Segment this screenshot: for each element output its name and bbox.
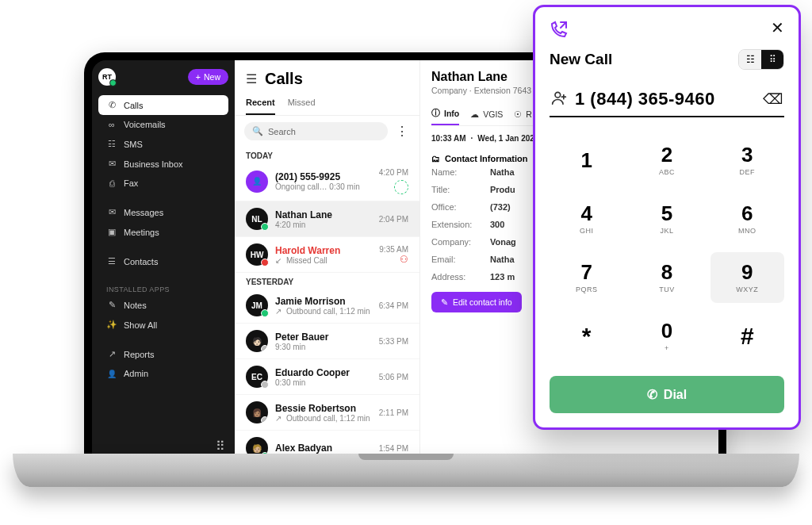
more-icon[interactable]: ⋮	[394, 124, 410, 139]
notes-icon	[106, 300, 117, 310]
sidebar-item-label: Reports	[124, 350, 155, 359]
sidebar-item-bi[interactable]: Business Inbox	[98, 154, 228, 174]
outbound-arrow-icon: ↗	[275, 307, 282, 316]
sidebar-item-notes[interactable]: Notes	[98, 295, 228, 315]
sidebar-item-meet[interactable]: Meetings	[98, 222, 228, 242]
edit-contact-button[interactable]: ✎Edit contact info	[431, 292, 522, 312]
sidebar-item-reports[interactable]: Reports	[98, 344, 228, 364]
detail-tab-other[interactable]: ☉R	[514, 103, 532, 125]
search-input[interactable]: 🔍 Search	[244, 122, 388, 140]
menu-icon[interactable]: ☰	[246, 71, 257, 86]
call-list-item[interactable]: ECEduardo Cooper0:30 min5:06 PM	[235, 359, 419, 395]
sidebar-item-all[interactable]: Show All	[98, 315, 228, 335]
keypad-key-1[interactable]: 1	[550, 135, 623, 186]
call-time: 2:04 PM	[379, 215, 408, 224]
dialer-mode-toggle[interactable]: ☷ ⠿	[738, 49, 784, 70]
sidebar-item-sms[interactable]: SMS	[98, 134, 228, 154]
voicemail-icon	[106, 120, 117, 129]
keypad-key-6[interactable]: 6MNO	[710, 194, 784, 244]
detail-tab-info[interactable]: ⓘInfo	[431, 103, 459, 125]
dialpad-icon[interactable]: ⠿	[216, 439, 225, 454]
detail-tab-vgis[interactable]: ☁VGIS	[470, 103, 503, 125]
mode-contacts-icon[interactable]: ☷	[739, 50, 761, 69]
outbound-arrow-icon: ↗	[275, 414, 282, 423]
sidebar-item-fax[interactable]: Fax	[98, 174, 228, 193]
backspace-icon[interactable]: ⌫	[763, 90, 783, 108]
reports-icon	[106, 349, 117, 359]
mode-keypad-icon[interactable]: ⠿	[761, 50, 783, 69]
call-list-item[interactable]: 👤(201) 555-9925Ongoing call… 0:30 min4:2…	[235, 162, 419, 201]
call-time: 5:06 PM	[379, 373, 408, 381]
phone-icon	[106, 100, 117, 110]
keypad-key-#[interactable]: #	[710, 311, 784, 362]
page-title: Calls	[265, 70, 303, 88]
keypad-key-7[interactable]: 7PQRS	[550, 252, 623, 303]
keypad-key-4[interactable]: 4GHI	[550, 194, 623, 244]
call-sub: 0:30 min	[275, 378, 350, 387]
dial-button[interactable]: ✆ Dial	[550, 376, 784, 413]
call-list-item[interactable]: 🧑🏻Peter Bauer9:30 min5:33 PM	[235, 324, 419, 359]
sms-icon	[106, 139, 117, 149]
call-sub: 4:20 min	[275, 220, 332, 229]
keypad-key-*[interactable]: *	[550, 311, 623, 362]
sidebar-item-label: Meetings	[124, 228, 159, 237]
inbox-icon	[106, 159, 117, 169]
tab-recent[interactable]: Recent	[246, 98, 275, 115]
call-list-item[interactable]: 👩🏽Bessie Robertson↗Outbound call, 1:12 m…	[235, 395, 419, 431]
keypad-key-5[interactable]: 5JKL	[630, 194, 703, 244]
sidebar-item-label: Calls	[124, 101, 143, 110]
fax-icon	[106, 178, 117, 188]
sidebar-item-msg[interactable]: Messages	[98, 202, 228, 222]
keypad-key-3[interactable]: 3DEF	[710, 135, 784, 186]
call-list-item[interactable]: JMJamie Morrison↗Outbound call, 1:12 min…	[235, 288, 419, 324]
meetings-icon	[106, 227, 117, 237]
avatar: 🧑🏻	[246, 330, 268, 352]
sidebar-item-label: SMS	[124, 140, 143, 149]
call-time: 2:11 PM	[379, 408, 408, 417]
sidebar-item-vm[interactable]: Voicemails	[98, 115, 228, 134]
add-contact-icon[interactable]	[551, 90, 567, 109]
contact-card-icon: 🗂	[431, 154, 440, 163]
tab-missed[interactable]: Missed	[288, 98, 316, 115]
user-avatar[interactable]: RT	[98, 68, 116, 86]
close-icon[interactable]: ✕	[771, 20, 784, 36]
sidebar-item-label: Contacts	[124, 257, 158, 266]
sidebar-item-admin[interactable]: Admin	[98, 364, 228, 383]
call-name: Alex Badyan	[275, 443, 332, 454]
sidebar-item-label: Business Inbox	[124, 159, 183, 169]
list-section-header: TODAY	[235, 147, 419, 162]
avatar: JM	[246, 294, 268, 316]
call-list-item[interactable]: NLNathan Lane4:20 min2:04 PM	[235, 201, 419, 237]
call-name: Bessie Robertson	[275, 403, 370, 414]
installed-apps-header: INSTALLED APPS	[98, 281, 228, 295]
call-name: Nathan Lane	[275, 209, 332, 220]
call-name: Jamie Morrison	[275, 296, 370, 307]
sidebar-item-calls[interactable]: Calls	[98, 95, 228, 115]
call-time: 4:20 PM	[379, 168, 408, 177]
call-sub: ↗Outbound call, 1:12 min	[275, 307, 370, 316]
info-header: Contact Information	[445, 154, 528, 163]
messages-icon	[106, 207, 117, 217]
avatar: HW	[246, 243, 268, 266]
call-time: 9:35 AM	[379, 245, 408, 254]
sidebar-item-label: Fax	[124, 178, 138, 188]
call-name: Peter Bauer	[275, 331, 328, 343]
sidebar-item-contacts[interactable]: Contacts	[98, 251, 228, 271]
keypad-key-9[interactable]: 9WXYZ	[710, 252, 784, 303]
call-name: Harold Warren	[275, 245, 340, 256]
list-section-header: YESTERDAY	[235, 273, 419, 288]
keypad-key-2[interactable]: 2ABC	[630, 135, 703, 186]
call-list-item[interactable]: HWHarold Warren↙Missed Call9:35 AM⚇	[235, 237, 419, 273]
keypad-key-0[interactable]: 0+	[630, 311, 703, 362]
ongoing-call-icon	[394, 180, 408, 194]
keypad-key-8[interactable]: 8TUV	[630, 252, 703, 303]
call-sub: ↙Missed Call	[275, 256, 340, 265]
avatar: 👩🏽	[246, 401, 268, 423]
sidebar-item-label: Show All	[124, 320, 157, 330]
contacts-icon	[106, 256, 117, 266]
call-name: (201) 555-9925	[275, 171, 360, 182]
detail-date: Wed, 1 Jan 2020	[477, 134, 538, 143]
dialer-number[interactable]: 1 (844) 365-9460	[575, 89, 755, 109]
call-time: 6:34 PM	[379, 301, 408, 310]
new-button[interactable]: +New	[188, 69, 228, 85]
